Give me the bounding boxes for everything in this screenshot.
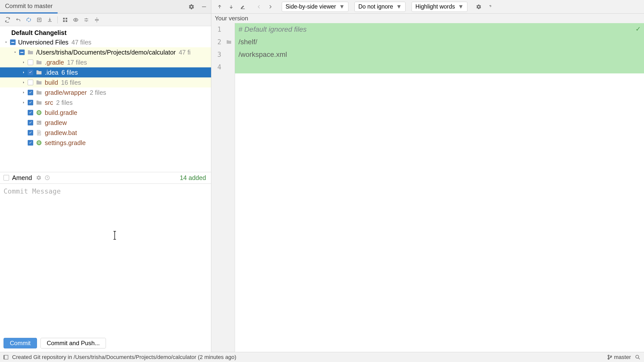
file-node-build-gradle[interactable]: G build.gradle xyxy=(0,108,211,118)
inspection-ok-icon[interactable]: ✓ xyxy=(635,25,641,33)
chevron-down-icon: ▼ xyxy=(396,3,402,10)
shelf-icon[interactable] xyxy=(45,15,54,24)
rollback-icon[interactable] xyxy=(14,15,23,24)
commit-tab[interactable]: Commit to master xyxy=(0,0,58,14)
tab-bar: Commit to master xyxy=(0,0,211,14)
file-node-settings-gradle[interactable]: G settings.gradle xyxy=(0,138,211,148)
diff-panel: Side-by-side viewer ▼ Do not ignore ▼ Hi… xyxy=(211,0,644,352)
group-icon[interactable] xyxy=(61,15,70,24)
root-folder-node[interactable]: /Users/trisha/Documents/Projects/demo/ca… xyxy=(0,47,211,57)
tree-label: gradle/wrapper xyxy=(45,89,87,96)
line-number: 1 xyxy=(211,26,223,33)
tree-label: .gradle xyxy=(45,59,64,66)
commit-message-input[interactable]: Commit Message xyxy=(0,184,211,335)
prev-diff-icon[interactable] xyxy=(215,2,224,12)
svg-rect-0 xyxy=(202,7,206,7)
settings-icon[interactable] xyxy=(186,1,197,12)
changelist-icon[interactable] xyxy=(35,15,44,24)
folder-node-idea[interactable]: .idea 6 files xyxy=(0,67,211,77)
version-label: Your version xyxy=(211,14,644,23)
folder-node-gradle-wrapper[interactable]: gradle/wrapper 2 files xyxy=(0,87,211,98)
tree-label: Unversioned Files xyxy=(18,39,68,46)
svg-text:G: G xyxy=(38,111,40,114)
gear-icon[interactable] xyxy=(36,175,42,180)
next-diff-icon[interactable] xyxy=(226,2,236,12)
chevron-down-icon[interactable] xyxy=(3,39,9,45)
editor[interactable]: 1 2 3 4 # Default ignored files /shelf/ … xyxy=(211,23,644,352)
commit-placeholder: Commit Message xyxy=(4,187,61,195)
file-node-gradlew[interactable]: gradlew xyxy=(0,118,211,128)
history-icon[interactable] xyxy=(45,175,50,180)
checkbox[interactable] xyxy=(28,90,33,95)
checkbox[interactable] xyxy=(28,140,33,146)
toolbar xyxy=(0,14,211,26)
chevron-right-icon[interactable] xyxy=(21,79,27,85)
gradle-file-icon: G xyxy=(36,110,42,115)
status-icon[interactable] xyxy=(4,355,9,360)
highlight-dropdown[interactable]: Highlight words ▼ xyxy=(412,2,467,12)
checkbox[interactable] xyxy=(28,60,33,65)
line-number: 2 xyxy=(211,38,223,46)
folder-icon xyxy=(36,70,42,75)
forward-icon[interactable] xyxy=(266,2,275,12)
svg-rect-6 xyxy=(63,20,65,22)
folder-icon xyxy=(36,100,42,105)
folder-node-build[interactable]: build 16 files xyxy=(0,77,211,87)
edit-icon[interactable] xyxy=(238,2,248,12)
collapse-icon[interactable] xyxy=(92,15,101,24)
expand-icon[interactable] xyxy=(82,15,91,24)
folder-icon xyxy=(36,60,42,65)
svg-rect-23 xyxy=(4,355,8,359)
gradle-file-icon: G xyxy=(36,140,42,146)
tree-label: settings.gradle xyxy=(45,139,86,147)
back-icon[interactable] xyxy=(254,2,264,12)
branch-indicator[interactable]: master xyxy=(608,354,631,360)
amend-checkbox[interactable] xyxy=(4,175,9,180)
tree-label: src xyxy=(45,99,53,106)
amend-label: Amend xyxy=(12,174,32,182)
refresh-icon[interactable] xyxy=(3,15,12,24)
commit-and-push-button[interactable]: Commit and Push... xyxy=(41,338,106,348)
checkbox[interactable] xyxy=(19,50,25,55)
commit-button[interactable]: Commit xyxy=(4,338,37,348)
minimize-icon[interactable] xyxy=(198,1,210,12)
svg-point-28 xyxy=(636,355,639,358)
unversioned-files-node[interactable]: Unversioned Files 47 files xyxy=(0,37,211,47)
file-node-gradlew-bat[interactable]: gradlew.bat xyxy=(0,128,211,138)
checkbox[interactable] xyxy=(28,100,33,105)
help-icon[interactable] xyxy=(486,2,495,12)
file-count: 17 files xyxy=(67,59,87,66)
chevron-right-icon[interactable] xyxy=(21,100,27,106)
chevron-right-icon[interactable] xyxy=(21,89,27,96)
view-icon[interactable] xyxy=(71,15,80,24)
checkbox[interactable] xyxy=(28,80,33,85)
checkbox[interactable] xyxy=(28,120,33,125)
line-number: 4 xyxy=(211,63,223,71)
chevron-right-icon[interactable] xyxy=(21,59,27,65)
gutter: 1 2 3 4 xyxy=(211,23,235,352)
settings-icon[interactable] xyxy=(474,2,484,12)
search-icon[interactable] xyxy=(635,354,640,360)
viewer-mode-dropdown[interactable]: Side-by-side viewer ▼ xyxy=(282,2,348,12)
chevron-right-icon[interactable] xyxy=(21,69,27,75)
file-count: 2 files xyxy=(90,89,106,96)
status-message: Created Git repository in /Users/trisha/… xyxy=(12,354,236,360)
diff-icon[interactable] xyxy=(24,15,33,24)
checkbox[interactable] xyxy=(28,130,33,135)
code-content[interactable]: # Default ignored files /shelf/ /workspa… xyxy=(235,23,644,352)
shell-file-icon xyxy=(36,120,42,125)
checkbox[interactable] xyxy=(28,110,33,115)
ignore-dropdown[interactable]: Do not ignore ▼ xyxy=(354,2,406,12)
file-tree: Default Changelist Unversioned Files 47 … xyxy=(0,26,211,172)
folder-node-gradle-hidden[interactable]: .gradle 17 files xyxy=(0,57,211,67)
default-changelist[interactable]: Default Changelist xyxy=(0,28,211,37)
diff-toolbar: Side-by-side viewer ▼ Do not ignore ▼ Hi… xyxy=(211,0,644,14)
folder-node-src[interactable]: src 2 files xyxy=(0,98,211,108)
tree-label: /Users/trisha/Documents/Projects/demo/ca… xyxy=(36,49,176,56)
svg-text:G: G xyxy=(38,141,40,145)
amend-bar: Amend 14 added xyxy=(0,172,211,184)
checkbox[interactable] xyxy=(10,39,16,45)
chevron-down-icon[interactable] xyxy=(12,49,18,55)
checkbox[interactable] xyxy=(28,70,33,75)
branch-name: master xyxy=(614,354,631,360)
